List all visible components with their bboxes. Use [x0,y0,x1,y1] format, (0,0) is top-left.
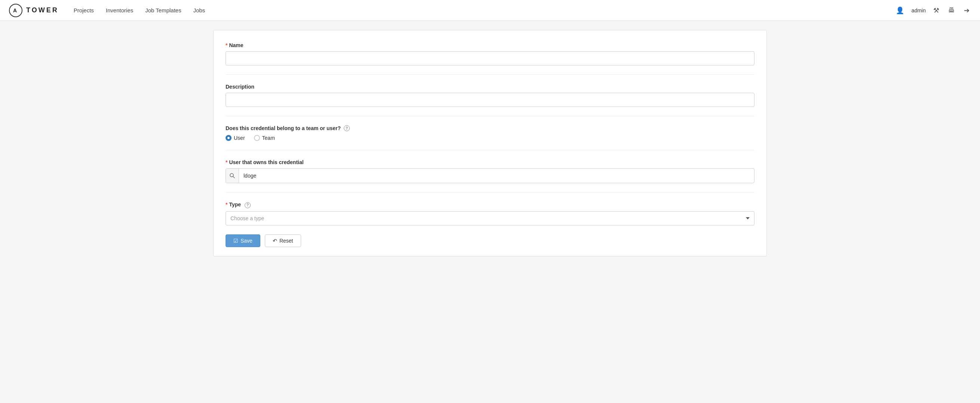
main-content: *Name Description Does this credential b… [0,21,980,265]
user-icon: 👤 [894,5,905,16]
nav-projects[interactable]: Projects [74,6,94,15]
name-group: *Name [226,42,754,65]
navbar-left: A TOWER Projects Inventories Job Templat… [9,4,205,17]
nav-job-templates[interactable]: Job Templates [145,6,181,15]
ownership-group: Does this credential belong to a team or… [226,125,754,141]
divider-3 [226,150,754,150]
logout-icon[interactable]: ➔ [963,5,971,16]
svg-line-1 [233,176,234,178]
user-owner-search-wrapper [226,168,754,183]
radio-team-option[interactable]: Team [254,135,275,141]
ownership-question: Does this credential belong to a team or… [226,125,754,131]
type-required-star: * [226,202,228,208]
logo-icon: A [9,4,22,17]
divider-2 [226,116,754,116]
divider-1 [226,75,754,75]
ownership-help-icon[interactable]: ? [344,125,350,131]
name-required-star: * [226,42,228,48]
radio-user-option[interactable]: User [226,135,245,141]
name-label: *Name [226,42,754,48]
radio-user-input[interactable] [226,135,232,141]
settings-icon[interactable]: ⚒ [932,5,941,16]
type-label: *Type ? [226,202,754,208]
navbar: A TOWER Projects Inventories Job Templat… [0,0,980,21]
type-help-icon[interactable]: ? [245,202,251,208]
user-owner-required-star: * [226,159,228,165]
user-owner-input[interactable] [239,170,754,182]
search-icon [226,168,239,183]
username-label: admin [912,8,926,13]
navbar-right: 👤 admin ⚒ 🖶 ➔ [894,5,971,16]
description-group: Description [226,84,754,107]
logo: A TOWER [9,4,59,17]
reset-icon: ↶ [273,238,277,244]
save-check-icon: ☑ [234,238,238,244]
form-actions: ☑ Save ↶ Reset [226,235,754,247]
name-input[interactable] [226,51,754,65]
monitor-icon[interactable]: 🖶 [947,5,956,16]
reset-button[interactable]: ↶ Reset [265,235,301,247]
nav-inventories[interactable]: Inventories [106,6,133,15]
divider-4 [226,192,754,192]
nav-jobs[interactable]: Jobs [193,6,205,15]
credential-form-card: *Name Description Does this credential b… [213,30,767,257]
user-owner-label: *User that owns this credential [226,159,754,165]
description-input[interactable] [226,93,754,107]
radio-group: User Team [226,135,754,141]
save-button[interactable]: ☑ Save [226,235,260,247]
type-group: *Type ? Choose a type [226,202,754,225]
radio-team-input[interactable] [254,135,260,141]
nav-links: Projects Inventories Job Templates Jobs [74,6,205,15]
description-label: Description [226,84,754,90]
type-select[interactable]: Choose a type [226,211,754,225]
user-owner-group: *User that owns this credential [226,159,754,183]
